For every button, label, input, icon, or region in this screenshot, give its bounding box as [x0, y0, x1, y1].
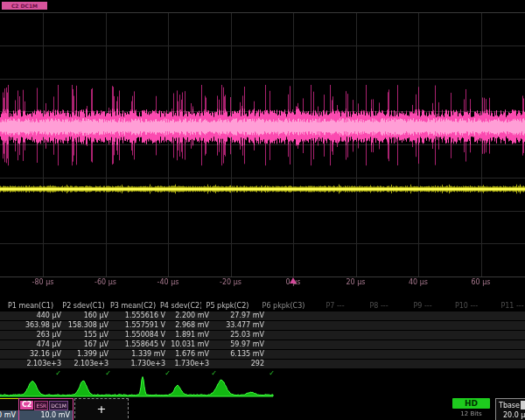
measure-value-cell — [329, 340, 375, 349]
measure-value-cell: 32.16 µV — [0, 350, 64, 359]
measure-value-cell — [514, 340, 525, 349]
measure-value-cell: 1.339 mV — [111, 350, 168, 359]
measure-value-cell — [422, 360, 468, 368]
status-empty-cell — [345, 369, 394, 378]
measure-value-cell: 1.550084 V — [111, 331, 168, 340]
measure-value-cell: 474 µV — [0, 340, 64, 349]
measure-value-cell — [267, 340, 329, 349]
measure-value-cell — [329, 331, 375, 340]
hd-badge: HD — [452, 398, 490, 409]
measure-value-cell — [267, 350, 329, 359]
measure-header-7[interactable]: P7 --- — [313, 302, 357, 311]
time-axis-label: -60 µs — [94, 278, 116, 286]
measure-value-cell: 155 µV — [64, 331, 111, 340]
measure-value-cell — [514, 312, 525, 320]
measure-value-cell: 27.97 mV — [212, 312, 267, 320]
measure-header-3[interactable]: P3 mean(C2) — [106, 302, 160, 311]
measure-value-cell: 292 — [212, 360, 267, 368]
c2-descriptor[interactable]: C2 ESR DC1M 10.0 mV — [18, 398, 74, 420]
measure-value-cell — [375, 340, 422, 349]
measure-value-cell — [514, 350, 525, 359]
timebase-descriptor[interactable]: Tbase 20.0 µs/div — [495, 398, 525, 420]
measure-value-cell — [422, 312, 468, 320]
top-left-trace-badge: C2 DC1M — [2, 2, 47, 10]
measure-value-cell — [514, 321, 525, 330]
measure-value-cell — [468, 331, 514, 340]
measure-value-cell — [422, 331, 468, 340]
measure-header-6[interactable]: P6 pkpk(C3) — [254, 302, 313, 311]
measure-value-cell — [329, 321, 375, 330]
tbase-extra-field — [521, 401, 525, 410]
measure-header-8[interactable]: P8 --- — [357, 302, 401, 311]
measure-value-cell — [468, 350, 514, 359]
status-check-icon: ✓ — [116, 369, 176, 378]
adc-bits-label: 12 Bits — [452, 410, 490, 417]
measure-value-cell: 2.103e+3 — [0, 360, 64, 368]
measure-value-cell: 1.730e+3 — [111, 360, 168, 368]
measure-value-cell: 2.103e+3 — [64, 360, 111, 368]
status-empty-cell — [492, 369, 525, 378]
measure-value-cell: 1.676 mV — [168, 350, 212, 359]
status-check-icon: ✓ — [66, 369, 116, 378]
time-axis-label: 20 µs — [346, 278, 366, 286]
measure-value-cell — [514, 360, 525, 368]
c2-esr-filter-badge: ESR — [34, 401, 48, 410]
measure-header-10[interactable]: P10 --- — [444, 302, 488, 311]
measure-header-4[interactable]: P4 sdev(C2) — [160, 302, 201, 311]
tbase-value: 20.0 µs/div — [496, 410, 525, 420]
trigger-time-marker[interactable] — [290, 277, 297, 284]
measure-value-cell — [422, 321, 468, 330]
measure-value-cell: 1.891 mV — [168, 331, 212, 340]
measure-value-cell: 6.135 mV — [212, 350, 267, 359]
measure-value-cell: 10.031 mV — [168, 340, 212, 349]
c2-coupling-label: DC1M — [49, 401, 68, 410]
measure-value-cell: 1.558645 V — [111, 340, 168, 349]
oscilloscope-screen: C2 DC1M -100 µs-80 µs-60 µs-40 µs-20 µs0… — [0, 0, 525, 420]
status-check-icon: ✓ — [222, 369, 280, 378]
status-check-icon: ✓ — [176, 369, 222, 378]
measure-value-cell: 263 µV — [0, 331, 64, 340]
time-axis-label: 40 µs — [409, 278, 428, 286]
measure-value-cell — [468, 340, 514, 349]
measure-value-cell — [267, 331, 329, 340]
measure-value-cell: 160 µV — [64, 312, 111, 320]
add-trace-box[interactable]: + — [74, 398, 129, 420]
measure-value-cell — [267, 321, 329, 330]
status-check-icon: ✓ — [0, 369, 66, 378]
c2-scale-value: 10.0 mV — [19, 410, 73, 420]
measure-value-cell: 1.399 µV — [64, 350, 111, 359]
measure-value-cell: 1.555616 V — [111, 312, 168, 320]
measure-value-cell — [375, 331, 422, 340]
measure-value-cell — [329, 360, 375, 368]
measure-value-cell: 440 µV — [0, 312, 64, 320]
measure-value-cell — [422, 340, 468, 349]
status-empty-cell — [443, 369, 492, 378]
measure-header-1[interactable]: P1 mean(C1) — [0, 302, 61, 311]
measure-value-cell: 363.98 µV — [0, 321, 64, 330]
plus-icon: + — [97, 402, 107, 416]
c2-channel-badge: C2 — [20, 401, 33, 410]
measure-value-cell: 25.03 mV — [212, 331, 267, 340]
measure-header-9[interactable]: P9 --- — [401, 302, 444, 311]
measure-value-cell — [468, 360, 514, 368]
measure-value-cell: 1.557591 V — [111, 321, 168, 330]
measure-value-cell: 2.200 mV — [168, 312, 212, 320]
measure-value-cell — [514, 331, 525, 340]
time-axis-label: 60 µs — [472, 278, 491, 286]
measure-header-11[interactable]: P11 --- — [488, 302, 525, 311]
measure-value-cell — [267, 312, 329, 320]
measurement-table: P1 mean(C1)P2 sdev(C1)P3 mean(C2)P4 sdev… — [0, 302, 525, 379]
measure-value-cell: 33.477 mV — [212, 321, 267, 330]
c1-descriptor[interactable]: C1 DC1M 10.0 mV — [0, 398, 19, 420]
time-axis: -100 µs-80 µs-60 µs-40 µs-20 µs0 µs20 µs… — [0, 278, 525, 288]
tbase-label: Tbase — [499, 402, 520, 410]
time-axis-label: -40 µs — [158, 278, 179, 286]
c1-scale-value: 10.0 mV — [0, 410, 18, 420]
measure-value-cell — [329, 350, 375, 359]
status-empty-cell — [280, 369, 345, 378]
measure-header-2[interactable]: P2 sdev(C1) — [61, 302, 106, 311]
measure-header-5[interactable]: P5 pkpk(C2) — [201, 302, 254, 311]
time-axis-label: -80 µs — [32, 278, 54, 286]
measure-value-cell: 2.968 mV — [168, 321, 212, 330]
measure-value-cell — [375, 321, 422, 330]
